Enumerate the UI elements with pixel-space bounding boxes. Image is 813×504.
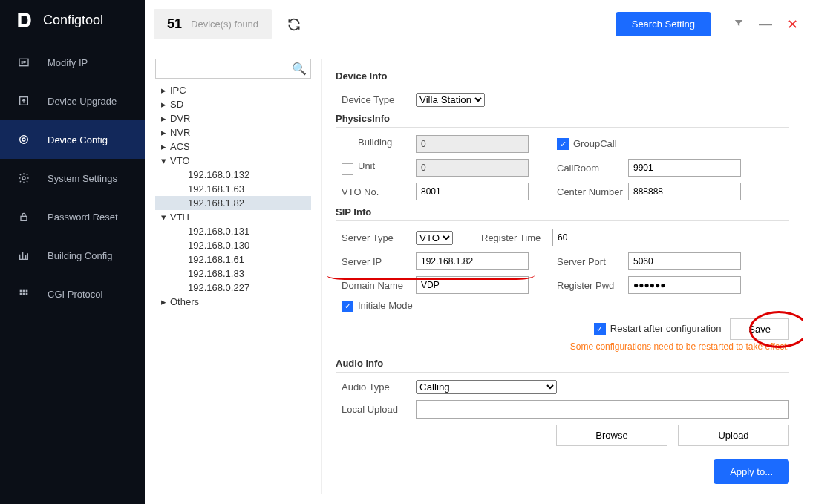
tree-node-others[interactable]: ▸Others xyxy=(155,295,311,309)
minimize-icon[interactable]: — xyxy=(759,16,772,32)
callroom-label: CallRoom xyxy=(551,163,628,174)
domain-label: Domain Name xyxy=(336,280,416,291)
tree-ip[interactable]: 192.168.0.132 xyxy=(155,168,311,182)
divider xyxy=(336,372,789,373)
upgrade-icon xyxy=(18,95,30,107)
tree-node-dvr[interactable]: ▸DVR xyxy=(155,111,311,125)
nav-label: Building Config xyxy=(48,250,112,261)
server-type-select[interactable]: VTO xyxy=(416,231,453,245)
device-count: 51 Device(s) found xyxy=(154,9,272,39)
groupcall-checkbox[interactable] xyxy=(557,138,569,150)
search-setting-button[interactable]: Search Setting xyxy=(616,12,711,36)
close-icon[interactable]: ✕ xyxy=(787,16,798,33)
device-type-select[interactable]: Villa Station xyxy=(416,93,485,107)
nav-device-config[interactable]: Device Config xyxy=(0,120,145,159)
tree-ip[interactable]: 192.168.1.61 xyxy=(155,252,311,266)
center-label: Center Number xyxy=(551,186,628,197)
upload-button[interactable]: Upload xyxy=(678,425,789,446)
tree-ip[interactable]: 192.168.0.227 xyxy=(155,281,311,295)
count-number: 51 xyxy=(167,16,182,32)
target-icon xyxy=(18,134,30,145)
browse-button[interactable]: Browse xyxy=(556,425,667,446)
building-value: 0 xyxy=(416,135,529,153)
domain-input[interactable] xyxy=(416,276,529,294)
center-input[interactable] xyxy=(628,183,741,200)
brand-label: Configtool xyxy=(43,13,103,28)
nav-label: Modify IP xyxy=(48,57,88,68)
section-physics: PhysicsInfo xyxy=(336,113,789,124)
vto-no-input[interactable] xyxy=(416,183,529,200)
sidebar: Configtool Modify IP Device Upgrade Devi… xyxy=(0,0,145,504)
svg-rect-8 xyxy=(26,290,28,292)
svg-point-2 xyxy=(20,136,28,144)
count-label: Device(s) found xyxy=(191,19,258,30)
initiale-checkbox[interactable] xyxy=(342,301,353,312)
tree-ip[interactable]: 192.168.0.131 xyxy=(155,224,311,238)
vto-no-label: VTO No. xyxy=(336,186,416,197)
section-device-info: Device Info xyxy=(336,71,789,82)
tree-search: 🔍 xyxy=(155,59,311,79)
restart-checkbox[interactable] xyxy=(594,323,606,335)
nav-building-config[interactable]: Building Config xyxy=(0,236,145,275)
device-tree-panel: 🔍 ▸IPC ▸SD ▸DVR ▸NVR ▸ACS ▾VTO 192.168.0… xyxy=(155,59,311,494)
svg-point-3 xyxy=(22,138,25,141)
initiale-label: Initiale Mode xyxy=(336,300,413,312)
section-audio: Audio Info xyxy=(336,358,789,369)
tree-node-vth[interactable]: ▾VTH xyxy=(155,210,311,224)
nav-label: System Settings xyxy=(48,173,117,184)
audio-type-select[interactable]: Calling xyxy=(416,380,557,394)
server-port-input[interactable] xyxy=(628,252,741,270)
tree-ip[interactable]: 192.168.1.83 xyxy=(155,266,311,281)
nav-password-reset[interactable]: Password Reset xyxy=(0,197,145,236)
nav-cgi-protocol[interactable]: CGI Protocol xyxy=(0,275,145,313)
unit-value: 0 xyxy=(416,159,529,177)
nav-modify-ip[interactable]: Modify IP xyxy=(0,43,145,82)
tree-ip-selected[interactable]: 192.168.1.82 xyxy=(155,196,311,210)
tree-ip[interactable]: 192.168.1.63 xyxy=(155,182,311,196)
svg-rect-10 xyxy=(23,293,25,295)
local-upload-input[interactable] xyxy=(416,400,789,419)
building-label: Building xyxy=(336,137,416,151)
unit-label: Unit xyxy=(336,160,416,175)
reg-time-input[interactable] xyxy=(552,229,665,246)
tree-label: IPC xyxy=(170,85,186,96)
callroom-input[interactable] xyxy=(628,159,741,177)
tree-node-sd[interactable]: ▸SD xyxy=(155,97,311,111)
restart-notice: Some configurations need to be restarted… xyxy=(336,341,789,352)
server-ip-label: Server IP xyxy=(336,256,416,267)
tree-ip[interactable]: 192.168.0.130 xyxy=(155,238,311,252)
local-upload-label: Local Upload xyxy=(336,404,416,415)
tree-search-input[interactable] xyxy=(155,59,311,79)
divider xyxy=(336,127,789,128)
tree-node-acs[interactable]: ▸ACS xyxy=(155,140,311,154)
apply-to-button[interactable]: Apply to... xyxy=(714,459,789,484)
unit-checkbox[interactable] xyxy=(342,163,353,175)
save-button[interactable]: Save xyxy=(730,318,789,340)
divider xyxy=(336,220,789,221)
config-form: Device Info Device Type Villa Station Ph… xyxy=(321,59,803,494)
nav-device-upgrade[interactable]: Device Upgrade xyxy=(0,82,145,120)
nav-label: Device Config xyxy=(48,134,108,145)
refresh-button[interactable] xyxy=(282,13,306,36)
tree-label: Others xyxy=(170,296,199,307)
main: 51 Device(s) found Search Setting — ✕ 🔍 … xyxy=(145,0,813,504)
svg-rect-6 xyxy=(20,290,22,292)
refresh-icon xyxy=(287,17,301,32)
tree-node-ipc[interactable]: ▸IPC xyxy=(155,83,311,97)
svg-point-4 xyxy=(22,177,25,180)
building-checkbox[interactable] xyxy=(342,140,353,151)
server-ip-input[interactable] xyxy=(416,252,529,270)
tree-node-vto[interactable]: ▾VTO xyxy=(155,154,311,168)
filter-icon[interactable] xyxy=(734,18,744,31)
search-icon[interactable]: 🔍 xyxy=(292,62,307,76)
device-type-label: Device Type xyxy=(336,94,416,105)
groupcall-label: GroupCall xyxy=(551,138,628,151)
nav-system-settings[interactable]: System Settings xyxy=(0,159,145,197)
gear-icon xyxy=(18,172,30,184)
reg-pwd-input[interactable] xyxy=(628,276,741,294)
tree-node-nvr[interactable]: ▸NVR xyxy=(155,125,311,140)
tree-label: ACS xyxy=(170,141,190,152)
server-port-label: Server Port xyxy=(551,256,628,267)
device-tree: ▸IPC ▸SD ▸DVR ▸NVR ▸ACS ▾VTO 192.168.0.1… xyxy=(155,83,311,309)
server-type-label: Server Type xyxy=(336,232,416,243)
